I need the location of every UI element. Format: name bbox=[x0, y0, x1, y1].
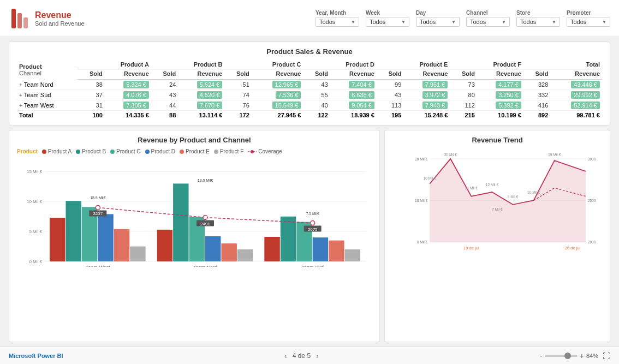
legend-label: Product B bbox=[82, 148, 106, 154]
sub-sold-a: Sold bbox=[78, 69, 104, 80]
legend-item: Product bbox=[17, 148, 38, 154]
table-row: +Team Süd374.076 €434.520 €747.536 €556.… bbox=[17, 90, 602, 100]
bar-chart-title: Revenue by Product and Channel bbox=[17, 136, 372, 144]
svg-text:Team Süd: Team Süd bbox=[301, 265, 324, 267]
svg-text:3000: 3000 bbox=[588, 157, 596, 161]
total-sold: 195 bbox=[377, 111, 403, 120]
svg-rect-26 bbox=[237, 249, 253, 261]
sub-sold-d: Sold bbox=[303, 69, 330, 80]
total-sold: 172 bbox=[224, 111, 251, 120]
sold-cell: 44 bbox=[151, 100, 178, 111]
svg-text:19 de jul: 19 de jul bbox=[463, 246, 479, 250]
filter-select[interactable]: Todos ▼ bbox=[416, 17, 460, 27]
sold-cell: 112 bbox=[450, 100, 477, 111]
filter-select[interactable]: Todos ▼ bbox=[466, 17, 510, 27]
svg-text:Team West: Team West bbox=[86, 265, 110, 267]
total-sold: 88 bbox=[151, 111, 178, 120]
revenue-cell: 7.670 € bbox=[178, 100, 224, 111]
legend-dot bbox=[76, 150, 80, 154]
total-sold: 892 bbox=[523, 111, 550, 120]
trend-chart-section: Revenue Trend 20 Mil €10 Mil €0 Mil €19 … bbox=[384, 130, 610, 342]
next-page-button[interactable]: › bbox=[316, 351, 319, 360]
bar-chart-section: Revenue by Product and Channel ProductPr… bbox=[9, 130, 380, 342]
sold-cell: 43 bbox=[303, 80, 330, 90]
svg-text:15 Mil €: 15 Mil € bbox=[27, 169, 43, 174]
expand-icon[interactable]: + bbox=[19, 92, 22, 98]
filter-value: Todos bbox=[520, 19, 536, 25]
col-product-b: Product B bbox=[151, 60, 225, 69]
svg-text:7 Mil €: 7 Mil € bbox=[492, 207, 503, 211]
svg-rect-24 bbox=[205, 236, 221, 261]
svg-text:2075: 2075 bbox=[308, 227, 318, 232]
filter-select[interactable]: Todos ▼ bbox=[316, 17, 359, 27]
svg-text:10 Mil €: 10 Mil € bbox=[415, 199, 428, 202]
sold-cell: 76 bbox=[224, 100, 251, 111]
svg-text:5 Mil €: 5 Mil € bbox=[29, 229, 42, 234]
sub-sold-f: Sold bbox=[450, 69, 477, 80]
col-product-e: Product E bbox=[377, 60, 450, 69]
fullscreen-button[interactable]: ⛶ bbox=[603, 351, 610, 360]
total-label: Total bbox=[17, 111, 78, 120]
footer-right: - + 84% ⛶ bbox=[540, 351, 610, 360]
revenue-cell: 43.446 € bbox=[550, 80, 602, 90]
filter-select[interactable]: Todos ▼ bbox=[516, 17, 560, 27]
svg-rect-17 bbox=[114, 229, 129, 261]
svg-rect-14 bbox=[66, 201, 81, 261]
chevron-down-icon: ▼ bbox=[502, 20, 506, 25]
zoom-in-button[interactable]: + bbox=[580, 351, 584, 360]
page-separator: de bbox=[298, 352, 307, 360]
row-name: +Team Nord bbox=[17, 80, 78, 90]
revenue-cell: 15.549 € bbox=[252, 100, 303, 111]
sold-cell: 37 bbox=[78, 90, 104, 100]
zoom-out-button[interactable]: - bbox=[540, 351, 543, 360]
legend-product-label: Product bbox=[17, 148, 38, 154]
sold-cell: 328 bbox=[523, 80, 550, 90]
revenue-cell: 4.177 € bbox=[477, 80, 523, 90]
trend-chart-svg: 20 Mil €10 Mil €0 Mil €19 de jul26 de ju… bbox=[392, 148, 602, 258]
sold-cell: 80 bbox=[450, 90, 477, 100]
legend-label: Product A bbox=[48, 148, 72, 154]
legend-label: Product E bbox=[186, 148, 210, 154]
legend-dot bbox=[42, 150, 46, 154]
svg-rect-30 bbox=[281, 217, 296, 261]
filter-select[interactable]: Todos ▼ bbox=[567, 17, 610, 27]
filter-value: Todos bbox=[470, 19, 486, 25]
svg-rect-16 bbox=[98, 214, 113, 261]
svg-rect-33 bbox=[329, 241, 344, 261]
revenue-cell: 7.536 € bbox=[252, 90, 303, 100]
expand-icon[interactable]: + bbox=[19, 82, 22, 88]
sold-cell: 43 bbox=[151, 90, 178, 100]
sub-sold-total: Sold bbox=[523, 69, 550, 80]
svg-point-42 bbox=[203, 216, 207, 220]
zoom-level: 84% bbox=[586, 353, 598, 359]
filter-store: Store Todos ▼ bbox=[516, 10, 560, 27]
svg-text:11 Mil €: 11 Mil € bbox=[465, 186, 478, 190]
total-revenue: 27.945 € bbox=[252, 111, 303, 120]
filter-label: Store bbox=[516, 10, 560, 16]
svg-text:10 Mil €: 10 Mil € bbox=[424, 176, 437, 180]
svg-rect-1 bbox=[17, 13, 22, 28]
svg-rect-0 bbox=[11, 9, 16, 28]
col-product-d: Product D bbox=[303, 60, 377, 69]
table-row: +Team Nord385.324 €245.624 €5112.965 €43… bbox=[17, 80, 602, 90]
sub-sold-e: Sold bbox=[377, 69, 403, 80]
header: Revenue Sold and Revenue Year, Month Tod… bbox=[0, 0, 619, 37]
trend-chart-title: Revenue Trend bbox=[392, 136, 602, 144]
revenue-cell: 4.076 € bbox=[105, 90, 151, 100]
page-indicator: 4 de 5 bbox=[293, 352, 311, 360]
expand-icon[interactable]: + bbox=[19, 103, 22, 109]
filter-select[interactable]: Todos ▼ bbox=[366, 17, 409, 27]
main-content: Product Sales & Revenue ProductChannel P… bbox=[0, 37, 619, 347]
legend-item: Product F bbox=[214, 148, 243, 154]
brand-link[interactable]: Microsoft Power BI bbox=[9, 353, 63, 359]
filter-value: Todos bbox=[420, 19, 436, 25]
sold-cell: 24 bbox=[151, 80, 178, 90]
legend-item: Product D bbox=[145, 148, 175, 154]
zoom-slider[interactable] bbox=[545, 355, 578, 357]
svg-text:Team Nord: Team Nord bbox=[193, 265, 217, 267]
bar-chart-svg: 15 Mil €10 Mil €5 Mil €0 Mil €15.5 Mil€T… bbox=[17, 158, 372, 267]
svg-text:13.0 Mil€: 13.0 Mil€ bbox=[198, 178, 213, 182]
table-section: Product Sales & Revenue ProductChannel P… bbox=[9, 41, 610, 126]
charts-row: Revenue by Product and Channel ProductPr… bbox=[9, 130, 610, 342]
prev-page-button[interactable]: ‹ bbox=[284, 351, 287, 360]
